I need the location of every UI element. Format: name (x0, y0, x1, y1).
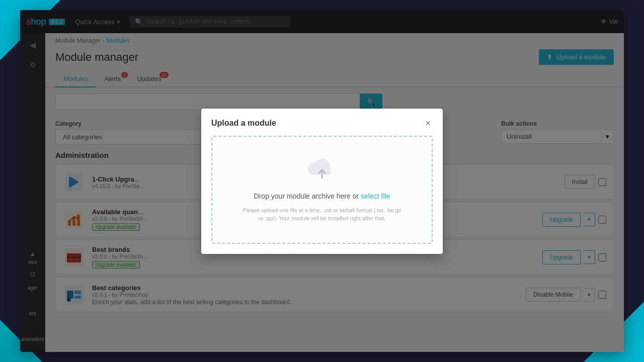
app-window: shop 8.0.2 Quick Access ▾ 🔍 👁 Vie ◀ ⚙ ▲ (20, 10, 624, 352)
modal-header: Upload a module × (211, 119, 433, 128)
drop-hint: Please upload one file at a time, .zip o… (242, 206, 403, 223)
cloud-upload-icon (307, 157, 337, 186)
modal-title: Upload a module (211, 119, 276, 128)
select-file-link[interactable]: select file (361, 192, 390, 200)
upload-module-modal: Upload a module × Drop your module archi… (201, 109, 443, 254)
modal-overlay: Upload a module × Drop your module archi… (20, 10, 624, 352)
modal-close-button[interactable]: × (423, 119, 433, 128)
drop-text: Drop your module archive here or select … (254, 192, 390, 200)
drop-zone[interactable]: Drop your module archive here or select … (211, 136, 433, 244)
